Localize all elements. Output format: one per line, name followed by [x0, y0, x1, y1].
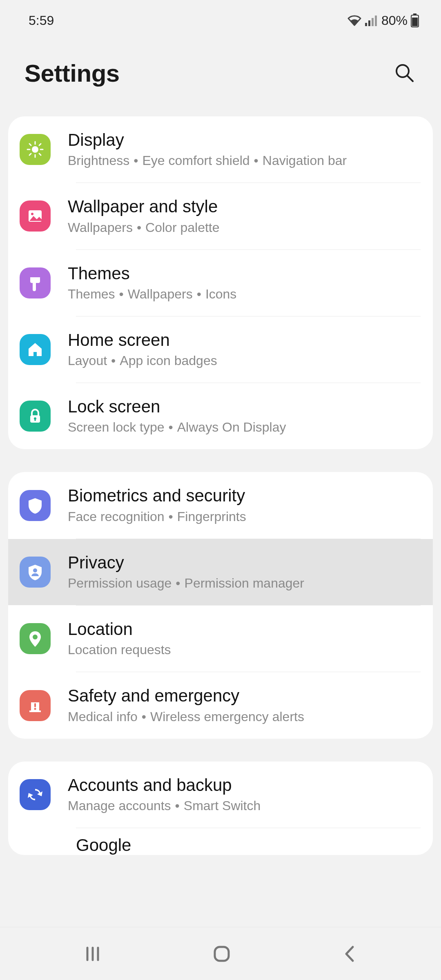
svg-rect-30 — [215, 947, 229, 961]
back-button[interactable] — [321, 940, 378, 967]
shield-icon — [20, 490, 51, 521]
svg-point-9 — [32, 146, 38, 153]
settings-item-display[interactable]: DisplayBrightness•Eye comfort shield•Nav… — [8, 116, 433, 183]
item-title: Biometrics and security — [68, 486, 421, 506]
settings-item-location[interactable]: LocationLocation requests — [8, 606, 433, 672]
item-title: Privacy — [68, 553, 421, 572]
item-title: Safety and emergency — [68, 686, 421, 706]
svg-rect-1 — [368, 20, 370, 26]
settings-item-privacy[interactable]: PrivacyPermission usage•Permission manag… — [8, 539, 433, 605]
recent-apps-button[interactable] — [63, 940, 122, 967]
status-bar: 5:59 80% — [0, 0, 441, 41]
status-time: 5:59 — [29, 13, 54, 28]
svg-line-15 — [39, 154, 41, 155]
svg-rect-3 — [375, 16, 377, 26]
search-icon — [394, 78, 415, 85]
settings-item-accounts[interactable]: Accounts and backupManage accounts•Smart… — [8, 762, 433, 828]
home-nav-icon — [212, 944, 232, 964]
item-title: Lock screen — [68, 397, 421, 416]
svg-rect-2 — [372, 18, 374, 26]
settings-header: Settings — [0, 41, 441, 116]
svg-line-16 — [29, 154, 31, 155]
svg-rect-22 — [35, 419, 36, 421]
page-title: Settings — [24, 59, 120, 87]
battery-icon — [411, 13, 419, 27]
home-icon — [20, 334, 51, 365]
svg-rect-25 — [34, 703, 36, 707]
item-subtitle: Manage accounts•Smart Switch — [68, 797, 421, 814]
settings-item-home[interactable]: Home screenLayout•App icon badges — [8, 316, 433, 383]
search-button[interactable] — [390, 59, 418, 88]
item-subtitle: Location requests — [68, 641, 421, 658]
item-title: Themes — [68, 264, 421, 283]
sync-icon — [20, 779, 51, 810]
lock-icon — [20, 401, 51, 432]
back-icon — [341, 944, 358, 963]
svg-line-14 — [29, 144, 31, 145]
home-button[interactable] — [191, 940, 252, 968]
item-subtitle: Brightness•Eye comfort shield•Navigation… — [68, 152, 421, 169]
item-subtitle: Wallpapers•Color palette — [68, 219, 421, 236]
item-subtitle: Themes•Wallpapers•Icons — [68, 286, 421, 302]
settings-item-lock[interactable]: Lock screenScreen lock type•Always On Di… — [8, 383, 433, 449]
pin-icon — [20, 623, 51, 654]
shield-person-icon — [20, 557, 51, 588]
settings-item-themes[interactable]: ThemesThemes•Wallpapers•Icons — [8, 250, 433, 316]
svg-point-19 — [31, 213, 33, 215]
settings-item-wallpaper[interactable]: Wallpaper and styleWallpapers•Color pale… — [8, 183, 433, 249]
svg-point-23 — [33, 568, 37, 572]
settings-list: DisplayBrightness•Eye comfort shield•Nav… — [0, 116, 441, 974]
svg-point-7 — [396, 65, 409, 77]
item-subtitle: Screen lock type•Always On Display — [68, 419, 421, 435]
alert-icon — [20, 690, 51, 721]
status-right: 80% — [347, 13, 419, 28]
picture-icon — [20, 200, 51, 232]
item-title: Home screen — [68, 330, 421, 350]
svg-line-8 — [408, 76, 413, 81]
settings-group: Biometrics and securityFace recognition•… — [8, 472, 433, 738]
svg-line-17 — [39, 144, 41, 145]
battery-label: 80% — [381, 13, 408, 28]
settings-item-safety[interactable]: Safety and emergencyMedical info•Wireles… — [8, 672, 433, 738]
item-subtitle: Face recognition•Fingerprints — [68, 508, 421, 525]
svg-point-26 — [34, 708, 36, 710]
brush-icon — [20, 267, 51, 298]
svg-rect-0 — [365, 23, 367, 26]
item-subtitle: Permission usage•Permission manager — [68, 575, 421, 591]
navigation-bar — [0, 927, 441, 980]
settings-group: DisplayBrightness•Eye comfort shield•Nav… — [8, 116, 433, 449]
item-title: Accounts and backup — [68, 775, 421, 795]
signal-icon — [365, 15, 378, 26]
settings-item-partial[interactable]: Google — [8, 828, 433, 855]
settings-item-biometrics[interactable]: Biometrics and securityFace recognition•… — [8, 472, 433, 538]
item-subtitle: Layout•App icon badges — [68, 352, 421, 369]
sun-icon — [20, 134, 51, 165]
recent-icon — [83, 944, 102, 963]
item-title: Display — [68, 130, 421, 150]
item-title: Location — [68, 619, 421, 639]
svg-point-24 — [33, 635, 38, 639]
svg-rect-6 — [412, 18, 418, 26]
item-title: Wallpaper and style — [68, 197, 421, 216]
settings-group: Accounts and backupManage accounts•Smart… — [8, 762, 433, 855]
wifi-icon — [347, 15, 362, 26]
item-subtitle: Medical info•Wireless emergency alerts — [68, 708, 421, 725]
